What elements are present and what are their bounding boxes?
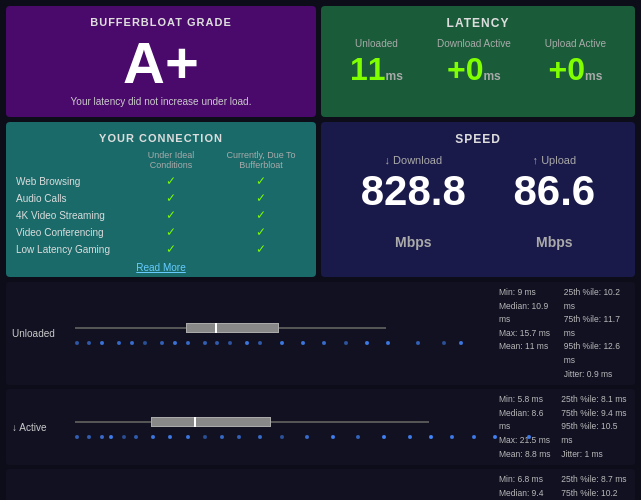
main-container: BUFFERBLOAT GRADE A+ Your latency did no… (0, 0, 641, 500)
dot (134, 435, 138, 439)
box-rect (186, 323, 280, 333)
dot (527, 435, 531, 439)
dot (109, 435, 113, 439)
speed-upload: ↑ Upload 86.6 Mbps (490, 154, 619, 254)
dot (344, 341, 348, 345)
connection-headers: Under Ideal Conditions Currently, Due To… (16, 150, 306, 170)
connection-row-audio: Audio Calls ✓ ✓ (16, 191, 306, 205)
read-more-link[interactable]: Read More (16, 262, 306, 273)
speed-title: SPEED (337, 132, 619, 146)
dot (450, 435, 454, 439)
dot-row-1 (66, 433, 493, 441)
dot (117, 341, 121, 345)
dot (442, 341, 446, 345)
stats-col-left-0: Min: 9 msMedian: 10.9 msMax: 15.7 msMean… (499, 286, 558, 381)
dot (186, 435, 190, 439)
chart-row-1: ↓ ActiveMin: 5.8 msMedian: 8.6 msMax: 21… (6, 389, 635, 465)
chart-stats-2: Min: 6.8 msMedian: 9.4 msMax: 13.2 msMea… (499, 473, 629, 500)
connection-current-gaming: ✓ (216, 242, 306, 256)
dot (416, 341, 420, 345)
dot (322, 341, 326, 345)
chart-label-0: Unloaded (12, 328, 60, 339)
dot (493, 435, 497, 439)
dot (408, 435, 412, 439)
box-median (194, 417, 196, 427)
dot (203, 341, 207, 345)
dot (365, 341, 369, 345)
dot (143, 341, 147, 345)
speed-card: SPEED ↓ Download 828.8 Mbps ↑ Upload 86.… (321, 122, 635, 277)
speed-download-label: ↓ Download (385, 154, 442, 166)
connection-title: YOUR CONNECTION (16, 132, 306, 144)
chart-row-2: ↑ ActiveMin: 6.8 msMedian: 9.4 msMax: 13… (6, 469, 635, 500)
stats-col-right-0: 25th %ile: 10.2 ms75th %ile: 11.7 ms95th… (564, 286, 629, 381)
dot (87, 341, 91, 345)
speed-download: ↓ Download 828.8 Mbps (337, 154, 490, 254)
dot (301, 341, 305, 345)
dot (75, 435, 79, 439)
dot (75, 341, 79, 345)
middle-row: YOUR CONNECTION Under Ideal Conditions C… (6, 122, 635, 277)
box-plot-0 (66, 320, 493, 336)
chart-row-0: UnloadedMin: 9 msMedian: 10.9 msMax: 15.… (6, 282, 635, 385)
bufferbloat-card: BUFFERBLOAT GRADE A+ Your latency did no… (6, 6, 316, 117)
bufferbloat-description: Your latency did not increase under load… (71, 96, 252, 107)
box-plot-1 (66, 414, 493, 430)
dot (203, 435, 207, 439)
dot (305, 435, 309, 439)
dot (459, 341, 463, 345)
chart-area-2 (66, 491, 493, 500)
speed-upload-label: ↑ Upload (533, 154, 576, 166)
dot (186, 341, 190, 345)
latency-download-active: Download Active +0ms (437, 38, 511, 85)
dot (122, 435, 126, 439)
dot (173, 341, 177, 345)
stats-col-left-1: Min: 5.8 msMedian: 8.6 msMax: 21.5 msMea… (499, 393, 555, 461)
latency-unloaded-label: Unloaded (355, 38, 398, 49)
connection-ideal-gaming: ✓ (126, 242, 216, 256)
connection-ideal-conf: ✓ (126, 225, 216, 239)
connection-current-4k: ✓ (216, 208, 306, 222)
connection-current-audio: ✓ (216, 191, 306, 205)
connection-row-web: Web Browsing ✓ ✓ (16, 174, 306, 188)
dot (228, 341, 232, 345)
connection-label-4k: 4K Video Streaming (16, 210, 126, 221)
connection-ideal-header: Under Ideal Conditions (126, 150, 216, 170)
connection-row-conf: Video Conferencing ✓ ✓ (16, 225, 306, 239)
dot (100, 341, 104, 345)
chart-area-1 (66, 405, 493, 450)
dot-row-0 (66, 339, 493, 347)
chart-stats-0: Min: 9 msMedian: 10.9 msMax: 15.7 msMean… (499, 286, 629, 381)
latency-download-value: +0ms (447, 53, 501, 85)
dot (151, 435, 155, 439)
dot (100, 435, 104, 439)
connection-label-conf: Video Conferencing (16, 227, 126, 238)
dot (429, 435, 433, 439)
connection-card: YOUR CONNECTION Under Ideal Conditions C… (6, 122, 316, 277)
connection-row-gaming: Low Latency Gaming ✓ ✓ (16, 242, 306, 256)
latency-download-label: Download Active (437, 38, 511, 49)
latency-upload-label: Upload Active (545, 38, 606, 49)
chart-label-1: ↓ Active (12, 422, 60, 433)
dot (245, 341, 249, 345)
stats-col-right-2: 25th %ile: 8.7 ms75th %ile: 10.2 ms95th … (561, 473, 629, 500)
dot (331, 435, 335, 439)
latency-title: LATENCY (333, 16, 623, 30)
dot (237, 435, 241, 439)
dot (258, 435, 262, 439)
connection-label-web: Web Browsing (16, 176, 126, 187)
connection-current-header: Currently, Due To Bufferbloat (216, 150, 306, 170)
speed-download-value: 828.8 Mbps (337, 170, 490, 254)
stats-col-right-1: 25th %ile: 8.1 ms75th %ile: 9.4 ms95th %… (561, 393, 629, 461)
latency-unloaded-value: 11ms (350, 53, 403, 85)
dot (382, 435, 386, 439)
top-row: BUFFERBLOAT GRADE A+ Your latency did no… (6, 6, 635, 117)
dot (215, 341, 219, 345)
speed-values: ↓ Download 828.8 Mbps ↑ Upload 86.6 Mbps (337, 154, 619, 254)
dot (258, 341, 262, 345)
bufferbloat-grade: A+ (123, 34, 199, 92)
dot (280, 435, 284, 439)
bufferbloat-title: BUFFERBLOAT GRADE (90, 16, 231, 28)
connection-current-conf: ✓ (216, 225, 306, 239)
dot (472, 435, 476, 439)
